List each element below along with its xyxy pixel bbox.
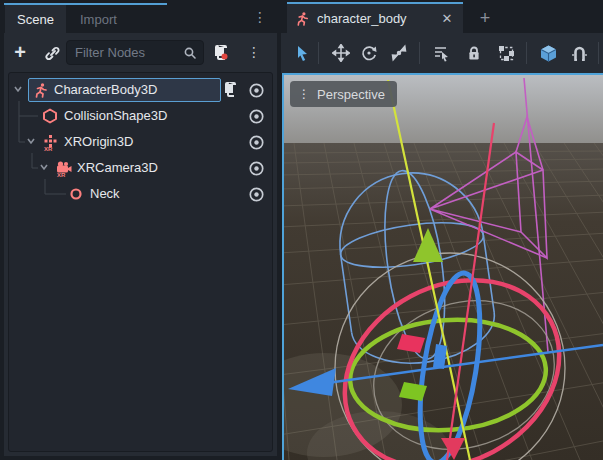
visibility-eye-icon[interactable]: [248, 108, 265, 125]
attach-script-button[interactable]: [210, 41, 232, 63]
tree-row-xrorigin3d[interactable]: XR XROrigin3D: [9, 129, 272, 155]
collapse-arrow[interactable]: [26, 136, 38, 148]
visibility-eye-icon[interactable]: [248, 160, 265, 177]
tab-import-label: Import: [80, 12, 117, 27]
tree-row-xrcamera3d[interactable]: XR XRCamera3D: [9, 155, 272, 181]
perspective-label: Perspective: [317, 87, 385, 102]
local-space-toggle[interactable]: [538, 43, 558, 63]
perspective-dots-icon: ⋮: [298, 88, 310, 100]
scene-dock-body: + ⋮: [4, 33, 277, 456]
tree-node-label: XRCamera3D: [77, 159, 158, 177]
link-icon: [44, 45, 61, 62]
viewport-toolbar: [281, 33, 603, 73]
tree-node-label: Neck: [90, 185, 120, 203]
viewport-3d[interactable]: ⋮ Perspective: [282, 73, 603, 460]
visibility-eye-icon[interactable]: [248, 82, 265, 99]
visibility-eye-icon[interactable]: [248, 186, 265, 203]
list-select-button[interactable]: [431, 43, 451, 63]
collapse-arrow[interactable]: [13, 84, 25, 96]
search-icon: [183, 46, 197, 60]
tree-node-label: XROrigin3D: [64, 133, 133, 151]
toolbar-separator: [598, 42, 599, 64]
tab-scene-label: Scene: [17, 12, 54, 27]
xr-badge: XR: [44, 146, 52, 152]
tab-import[interactable]: Import: [68, 5, 129, 33]
scene-tab-character-body[interactable]: character_body ✕: [287, 4, 463, 33]
viewport-render: [284, 75, 603, 460]
script-icon: [212, 43, 230, 61]
main-panel: character_body ✕ +: [281, 0, 603, 460]
characterbody3d-icon: [295, 11, 310, 26]
instance-scene-button[interactable]: [41, 42, 63, 64]
lock-button[interactable]: [464, 43, 484, 63]
scale-tool-button[interactable]: [389, 43, 409, 63]
filter-nodes-box: [66, 40, 204, 65]
visibility-eye-icon[interactable]: [248, 134, 265, 151]
tree-row-neck[interactable]: Neck: [9, 181, 272, 207]
filter-nodes-input[interactable]: [73, 44, 183, 61]
toolbar-separator: [419, 42, 420, 64]
select-tool-button[interactable]: [292, 43, 312, 63]
scene-tree-menu-icon[interactable]: ⋮: [246, 41, 262, 63]
collapse-arrow[interactable]: [39, 162, 51, 174]
tree-node-label: CollisionShape3D: [64, 107, 167, 125]
collisionshape3d-icon: [42, 108, 59, 125]
perspective-menu-button[interactable]: ⋮ Perspective: [290, 81, 397, 107]
scene-tab-label: character_body: [317, 11, 439, 26]
new-scene-tab-button[interactable]: +: [474, 6, 496, 30]
move-tool-button[interactable]: [331, 43, 351, 63]
xrcamera3d-icon: XR: [55, 160, 72, 177]
rotate-tool-button[interactable]: [359, 43, 379, 63]
tree-node-label: CharacterBody3D: [54, 81, 157, 99]
group-button[interactable]: [496, 43, 516, 63]
close-icon[interactable]: ✕: [439, 11, 455, 27]
tab-scene[interactable]: Scene: [5, 5, 66, 33]
tree-row-characterbody3d[interactable]: CharacterBody3D: [9, 77, 272, 103]
xrorigin3d-icon: XR: [42, 134, 59, 151]
snap-toggle[interactable]: [569, 43, 589, 63]
node-script-icon[interactable]: [223, 81, 240, 99]
scene-tree: CharacterBody3D CollisionShape3D: [8, 72, 273, 452]
toolbar-separator: [526, 42, 527, 64]
characterbody3d-icon: [33, 82, 50, 99]
scene-dock: Scene Import ⋮ + ⋮: [0, 0, 281, 460]
xr-badge: XR: [57, 172, 65, 178]
toolbar-separator: [318, 42, 319, 64]
add-node-button[interactable]: +: [9, 41, 31, 63]
tree-row-collisionshape3d[interactable]: CollisionShape3D: [9, 103, 272, 129]
dock-menu-icon[interactable]: ⋮: [253, 7, 267, 27]
marker3d-icon: [68, 186, 85, 203]
